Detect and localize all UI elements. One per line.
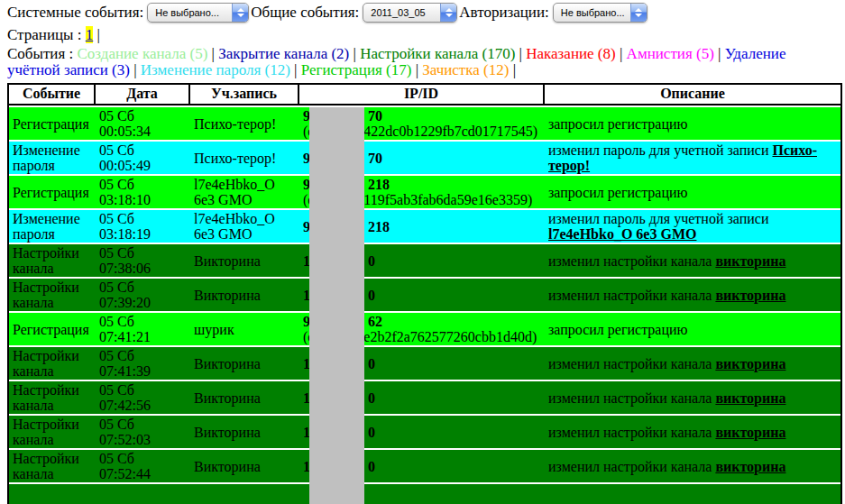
account-cell: Викторина: [190, 381, 299, 414]
date-cell: 05 Сб 03:18:19: [96, 210, 190, 243]
table-row: Настройки канала 05 Сб 07:52:03 Викторин…: [9, 416, 840, 448]
event-cell: Настройки канала: [9, 347, 96, 380]
pagination: Страницы : 1 |: [7, 26, 839, 44]
description-cell: изменил настройки канала викторина: [545, 381, 840, 414]
column-header: IP/ID: [299, 85, 545, 104]
account-link[interactable]: викторина: [715, 356, 785, 371]
legend-separator: |: [509, 61, 516, 78]
account-cell: Психо-терор!: [190, 107, 299, 140]
date-cell: 05 Сб 07:38:06: [96, 244, 190, 277]
legend-event-type[interactable]: Зачистка (12): [418, 61, 509, 78]
filters-bar: Системные события: Не выбрано... Общие с…: [7, 3, 839, 23]
table-row: [9, 484, 840, 504]
description-cell: изменил настройки канала викторина: [545, 279, 840, 311]
table-row: Регистрация 05 Сб 03:18:10 l7e4eHbko_O 6…: [9, 176, 840, 208]
account-cell: Викторина: [190, 416, 299, 448]
events-legend: События : Создание канала (5) | Закрытие…: [7, 46, 838, 78]
table-body: Регистрация 05 Сб 00:05:34 Психо-терор! …: [9, 107, 840, 504]
event-cell: Настройки канала: [9, 416, 96, 448]
table-row: Настройки канала 05 Сб 07:42:56 Викторин…: [9, 381, 840, 414]
pages-separator: |: [97, 26, 100, 43]
pages-label: Страницы :: [7, 26, 82, 43]
common-events-value: 2011_03_05: [371, 7, 425, 18]
date-cell: 05 Сб 07:41:21: [96, 313, 190, 345]
filter-authorizations: Авторизации: Не выбрано...: [459, 3, 648, 23]
system-events-label: Системные события:: [7, 4, 143, 22]
events-legend-items: Создание канала (5) | Закрытие канала (2…: [7, 45, 786, 78]
common-events-select[interactable]: 2011_03_05: [363, 3, 457, 23]
table-row: Настройки канала 05 Сб 07:52:44 Викторин…: [9, 450, 840, 482]
description-cell: запросил регистрацию: [545, 107, 840, 140]
table-row: Настройки канала 05 Сб 07:39:20 Викторин…: [9, 279, 840, 311]
stepper-arrows-icon: [232, 4, 248, 22]
account-link[interactable]: викторина: [715, 390, 785, 406]
date-cell: 05 Сб 00:05:34: [96, 107, 190, 140]
table-row: Настройки канала 05 Сб 07:38:06 Викторин…: [9, 244, 840, 277]
legend-event-type[interactable]: Закрытие канала (2): [215, 45, 349, 62]
column-header: Дата: [96, 85, 190, 104]
date-cell: 05 Сб 07:41:39: [96, 347, 190, 380]
censor-overlay: [309, 107, 364, 504]
legend-event-type[interactable]: Создание канала (5): [77, 45, 207, 62]
common-events-label: Общие события:: [251, 4, 359, 22]
page-1-link[interactable]: 1: [86, 26, 94, 43]
table-row: Настройки канала 05 Сб 07:41:39 Викторин…: [9, 347, 840, 380]
date-cell: 05 Сб 07:52:03: [96, 416, 190, 448]
event-cell: Настройки канала: [9, 450, 96, 482]
legend-separator: |: [411, 61, 418, 78]
event-log-table: СобытиеДатаУч.записьIP/IDОписание Регист…: [7, 83, 842, 504]
account-cell: l7e4eHbko_O 6e3 GMO: [190, 176, 299, 208]
account-cell: Психо-терор!: [190, 142, 299, 174]
table-row: Изменение пароля 05 Сб 03:18:19 l7e4eHbk…: [9, 210, 840, 243]
legend-event-type[interactable]: Наказание (8): [522, 45, 616, 62]
account-cell: l7e4eHbko_O 6e3 GMO: [190, 210, 299, 243]
date-cell: 05 Сб 00:05:49: [96, 142, 190, 174]
system-events-value: Не выбрано...: [155, 7, 219, 18]
account-link[interactable]: викторина: [715, 459, 785, 474]
date-cell: 05 Сб 07:42:56: [96, 381, 190, 414]
event-cell: Регистрация: [9, 313, 96, 345]
event-cell: Регистрация: [9, 107, 96, 140]
system-events-select[interactable]: Не выбрано...: [147, 3, 249, 23]
column-header: Описание: [545, 85, 840, 104]
account-cell: [190, 484, 299, 504]
legend-separator: |: [207, 45, 215, 62]
account-link[interactable]: викторина: [715, 288, 785, 303]
legend-event-type[interactable]: Изменение пароля (12): [137, 61, 290, 78]
account-link[interactable]: викторина: [715, 253, 785, 269]
event-cell: Изменение пароля: [9, 142, 96, 174]
filter-system-events: Системные события: Не выбрано...: [7, 3, 251, 23]
table-row: Регистрация 05 Сб 00:05:34 Психо-терор! …: [9, 107, 840, 140]
authorizations-value: Не выбрано...: [561, 7, 625, 18]
event-cell: Регистрация: [9, 176, 96, 208]
event-cell: Изменение пароля: [9, 210, 96, 243]
table-row: Изменение пароля 05 Сб 00:05:49 Психо-те…: [9, 142, 840, 174]
account-cell: Викторина: [190, 244, 299, 277]
event-cell: [9, 484, 96, 504]
account-cell: Викторина: [190, 450, 299, 482]
description-cell: изменил настройки канала викторина: [545, 347, 840, 380]
legend-separator: |: [515, 45, 522, 62]
date-cell: 05 Сб 03:18:10: [96, 176, 190, 208]
account-cell: Викторина: [190, 279, 299, 311]
authorizations-label: Авторизации:: [459, 4, 548, 22]
description-cell: запросил регистрацию: [545, 176, 840, 208]
legend-event-type[interactable]: Настройки канала (170): [356, 45, 515, 62]
account-cell: шурик: [190, 313, 299, 345]
description-cell: изменил настройки канала викторина: [545, 416, 840, 448]
table-header-row: СобытиеДатаУч.записьIP/IDОписание: [9, 85, 840, 105]
date-cell: 05 Сб 07:52:44: [96, 450, 190, 482]
description-cell: запросил регистрацию: [545, 313, 840, 345]
event-cell: Настройки канала: [9, 381, 96, 414]
column-header: Уч.запись: [190, 85, 299, 104]
description-cell: изменил настройки канала викторина: [545, 450, 840, 482]
legend-event-type[interactable]: Амнистия (5): [622, 45, 713, 62]
account-link[interactable]: l7e4eHbko_O 6e3 GMO: [548, 226, 696, 242]
account-link[interactable]: викторина: [715, 425, 785, 440]
authorizations-select[interactable]: Не выбрано...: [553, 3, 648, 23]
account-cell: Викторина: [190, 347, 299, 380]
events-legend-label: События :: [7, 45, 73, 62]
legend-event-type[interactable]: Регистрация (17): [297, 61, 411, 78]
description-cell: изменил пароль для учетной записи l7e4eH…: [545, 210, 840, 243]
description-cell: [545, 484, 840, 504]
